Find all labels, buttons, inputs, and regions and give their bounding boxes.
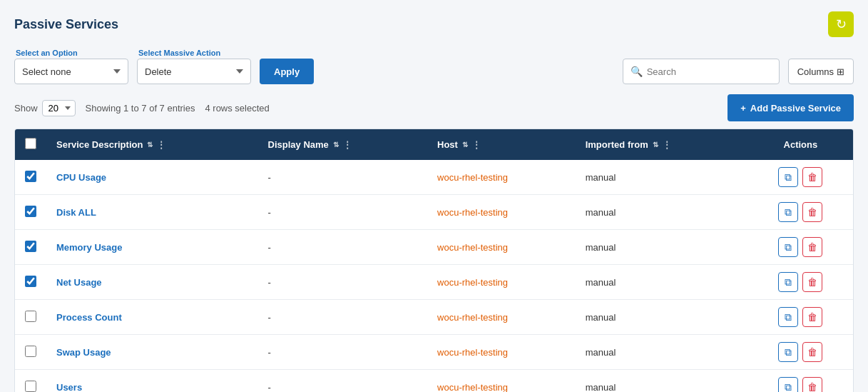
row-checkbox-cell[interactable] — [15, 160, 46, 195]
select-all-header[interactable] — [15, 129, 46, 160]
service-description-link-3[interactable]: Memory Usage — [56, 242, 122, 253]
row-host: wocu-rhel-testing — [427, 230, 576, 265]
filter-imported-from-icon[interactable]: ⋮ — [663, 140, 671, 150]
row-checkbox-cell[interactable] — [15, 300, 46, 335]
row-imported-from: manual — [576, 300, 748, 335]
row-actions-cell: ⧉ 🗑 — [748, 160, 853, 195]
copy-button-6[interactable]: ⧉ — [778, 342, 798, 362]
host-value-2: wocu-rhel-testing — [437, 207, 508, 218]
row-checkbox-2[interactable] — [25, 206, 36, 217]
sort-host-icon[interactable]: ⇅ — [462, 141, 468, 149]
row-checkbox-cell[interactable] — [15, 195, 46, 230]
row-checkbox-cell[interactable] — [15, 265, 46, 300]
apply-button[interactable]: Apply — [260, 59, 314, 84]
delete-button-6[interactable]: 🗑 — [802, 342, 822, 362]
row-service-description[interactable]: Disk ALL — [46, 195, 258, 230]
row-display-name: - — [258, 230, 427, 265]
columns-label: Columns — [797, 66, 834, 77]
delete-button-2[interactable]: 🗑 — [802, 202, 822, 222]
row-service-description[interactable]: Memory Usage — [46, 230, 258, 265]
delete-button-4[interactable]: 🗑 — [802, 272, 822, 292]
add-passive-service-button[interactable]: + Add Passive Service — [727, 94, 854, 121]
service-description-link-2[interactable]: Disk ALL — [56, 207, 96, 218]
table-row: Swap Usage - wocu-rhel-testing manual ⧉ … — [15, 335, 853, 370]
service-description-link-6[interactable]: Swap Usage — [56, 347, 111, 358]
add-button-label: Add Passive Service — [750, 103, 841, 114]
select-massive-group: Select Massive Action Delete — [137, 49, 251, 84]
row-actions-cell: ⧉ 🗑 — [748, 230, 853, 265]
col-display-name-label: Display Name — [268, 139, 329, 150]
table-header-row: Service Description ⇅ ⋮ Display Name ⇅ ⋮ — [15, 129, 853, 160]
show-select[interactable]: 20 — [42, 100, 76, 116]
search-input[interactable] — [647, 66, 772, 77]
table-row: Process Count - wocu-rhel-testing manual… — [15, 300, 853, 335]
row-imported-from: manual — [576, 230, 748, 265]
copy-button-4[interactable]: ⧉ — [778, 272, 798, 292]
host-value-4: wocu-rhel-testing — [437, 277, 508, 288]
rows-selected-badge: 4 rows selected — [205, 103, 269, 114]
row-service-description[interactable]: Process Count — [46, 300, 258, 335]
row-display-name: - — [258, 195, 427, 230]
copy-button-1[interactable]: ⧉ — [778, 167, 798, 187]
row-imported-from: manual — [576, 195, 748, 230]
service-description-link-7[interactable]: Users — [56, 382, 82, 393]
service-description-link-1[interactable]: CPU Usage — [56, 172, 106, 183]
filter-service-description-icon[interactable]: ⋮ — [157, 140, 165, 150]
row-display-name: - — [258, 265, 427, 300]
row-service-description[interactable]: CPU Usage — [46, 160, 258, 195]
copy-button-7[interactable]: ⧉ — [778, 377, 798, 392]
sort-imported-from-icon[interactable]: ⇅ — [653, 141, 658, 149]
sort-service-description-icon[interactable]: ⇅ — [147, 141, 153, 149]
select-option-dropdown[interactable]: Select none — [14, 59, 128, 84]
select-option-label: Select an Option — [16, 49, 128, 57]
row-checkbox-1[interactable] — [25, 171, 36, 182]
row-checkbox-6[interactable] — [25, 346, 36, 357]
row-service-description[interactable]: Net Usage — [46, 265, 258, 300]
table-row: Disk ALL - wocu-rhel-testing manual ⧉ 🗑 — [15, 195, 853, 230]
refresh-button[interactable]: ↻ — [828, 11, 854, 37]
row-service-description[interactable]: Users — [46, 370, 258, 393]
row-checkbox-3[interactable] — [25, 241, 36, 252]
filter-display-name-icon[interactable]: ⋮ — [343, 140, 352, 150]
row-checkbox-4[interactable] — [25, 276, 36, 287]
delete-button-1[interactable]: 🗑 — [802, 167, 822, 187]
row-checkbox-5[interactable] — [25, 311, 36, 322]
row-host: wocu-rhel-testing — [427, 195, 576, 230]
row-service-description[interactable]: Swap Usage — [46, 335, 258, 370]
service-description-link-4[interactable]: Net Usage — [56, 277, 102, 288]
sort-display-name-icon[interactable]: ⇅ — [333, 141, 339, 149]
copy-button-2[interactable]: ⧉ — [778, 202, 798, 222]
row-imported-from: manual — [576, 160, 748, 195]
table-row: Memory Usage - wocu-rhel-testing manual … — [15, 230, 853, 265]
filter-host-icon[interactable]: ⋮ — [472, 140, 481, 150]
show-label: Show — [14, 103, 38, 114]
service-description-link-5[interactable]: Process Count — [56, 312, 122, 323]
row-imported-from: manual — [576, 370, 748, 393]
host-value-1: wocu-rhel-testing — [437, 172, 508, 183]
delete-button-5[interactable]: 🗑 — [802, 307, 822, 327]
select-all-checkbox[interactable] — [25, 138, 36, 149]
row-checkbox-cell[interactable] — [15, 335, 46, 370]
delete-button-7[interactable]: 🗑 — [802, 377, 822, 392]
copy-button-3[interactable]: ⧉ — [778, 237, 798, 257]
select-massive-dropdown[interactable]: Delete — [137, 59, 251, 84]
row-display-name: - — [258, 160, 427, 195]
host-value-6: wocu-rhel-testing — [437, 347, 508, 358]
table-row: CPU Usage - wocu-rhel-testing manual ⧉ 🗑 — [15, 160, 853, 195]
page-title: Passive Services — [14, 17, 118, 32]
copy-button-5[interactable]: ⧉ — [778, 307, 798, 327]
row-host: wocu-rhel-testing — [427, 300, 576, 335]
row-host: wocu-rhel-testing — [427, 265, 576, 300]
row-host: wocu-rhel-testing — [427, 160, 576, 195]
row-checkbox-cell[interactable] — [15, 230, 46, 265]
col-actions-label: Actions — [784, 139, 818, 150]
select-massive-label: Select Massive Action — [138, 49, 251, 57]
row-display-name: - — [258, 335, 427, 370]
row-checkbox-7[interactable] — [25, 381, 36, 392]
delete-button-3[interactable]: 🗑 — [802, 237, 822, 257]
row-checkbox-cell[interactable] — [15, 370, 46, 393]
host-value-3: wocu-rhel-testing — [437, 242, 508, 253]
row-host: wocu-rhel-testing — [427, 335, 576, 370]
row-actions-cell: ⧉ 🗑 — [748, 265, 853, 300]
columns-button[interactable]: Columns ⊞ — [788, 59, 854, 84]
